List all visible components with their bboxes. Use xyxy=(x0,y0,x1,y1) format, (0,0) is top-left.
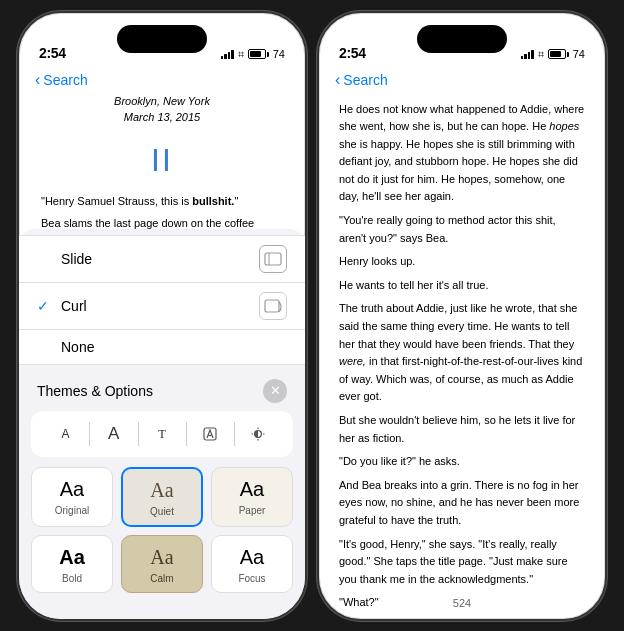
font-increase-btn[interactable]: A xyxy=(97,417,131,451)
battery-pct-left: 74 xyxy=(273,48,285,60)
chevron-left-icon-right: ‹ xyxy=(335,71,340,89)
slide-option-none[interactable]: None xyxy=(19,330,305,365)
themes-title: Themes & Options xyxy=(37,383,153,399)
theme-label-original: Original xyxy=(55,505,89,516)
phones-container: 2:54 ⌗ 74 ‹ Search xyxy=(7,1,617,631)
slide-option-slide-left: Slide xyxy=(37,251,92,267)
slide-option-none-left: None xyxy=(37,339,94,355)
theme-sample-quiet: Aa xyxy=(150,479,173,502)
right-para-9: "It's good, Henry," she says. "It's real… xyxy=(339,536,585,589)
slide-panel: Slide ✓ Curl xyxy=(19,229,305,619)
battery-right xyxy=(548,49,569,59)
nav-back-label-left: Search xyxy=(43,72,87,88)
right-para-8: And Bea breaks into a grin. There is no … xyxy=(339,477,585,530)
theme-card-calm[interactable]: Aa Calm xyxy=(121,535,203,593)
theme-label-bold: Bold xyxy=(62,573,82,584)
wifi-icon-right: ⌗ xyxy=(538,48,544,61)
dynamic-island-right xyxy=(417,25,507,53)
theme-card-paper[interactable]: Aa Paper xyxy=(211,467,293,527)
svg-rect-2 xyxy=(265,300,279,312)
nav-bar-right: ‹ Search xyxy=(319,65,605,93)
font-controls: A A T xyxy=(31,411,293,457)
theme-sample-paper: Aa xyxy=(240,478,264,501)
chevron-left-icon: ‹ xyxy=(35,71,40,89)
theme-card-bold[interactable]: Aa Bold xyxy=(31,535,113,593)
dynamic-island-left xyxy=(117,25,207,53)
theme-cards-grid: Aa Original Aa Quiet Aa Paper Aa Bold xyxy=(19,461,305,599)
time-right: 2:54 xyxy=(339,45,366,61)
book-location-line2: March 13, 2015 xyxy=(41,109,283,126)
left-phone: 2:54 ⌗ 74 ‹ Search xyxy=(17,11,307,621)
font-divider-1 xyxy=(89,422,90,446)
right-para-6: But she wouldn't believe him, so he lets… xyxy=(339,412,585,447)
font-divider-2 xyxy=(138,422,139,446)
theme-sample-bold: Aa xyxy=(59,546,85,569)
slide-options-list: Slide ✓ Curl xyxy=(19,229,305,371)
book-location-line1: Brooklyn, New York xyxy=(41,93,283,110)
theme-sample-calm: Aa xyxy=(150,546,173,569)
left-phone-content: ‹ Search Brooklyn, New York March 13, 20… xyxy=(19,65,305,619)
nav-bar-left: ‹ Search xyxy=(19,65,305,93)
close-button[interactable]: ✕ xyxy=(263,379,287,403)
theme-card-focus[interactable]: Aa Focus xyxy=(211,535,293,593)
theme-label-focus: Focus xyxy=(238,573,265,584)
none-option-label: None xyxy=(61,339,94,355)
slide-option-label: Slide xyxy=(61,251,92,267)
right-para-1: He does not know what happened to Addie,… xyxy=(339,101,585,207)
theme-sample-focus: Aa xyxy=(240,546,264,569)
brightness-btn[interactable] xyxy=(241,417,275,451)
slide-option-slide[interactable]: Slide xyxy=(19,235,305,283)
right-para-3: Henry looks up. xyxy=(339,253,585,271)
right-para-5: The truth about Addie, just like he wrot… xyxy=(339,300,585,406)
page-number: 524 xyxy=(453,597,471,609)
nav-back-label-right: Search xyxy=(343,72,387,88)
font-sans-btn[interactable] xyxy=(193,417,227,451)
wifi-icon: ⌗ xyxy=(238,48,244,61)
status-icons-left: ⌗ 74 xyxy=(221,48,285,61)
battery-left xyxy=(248,49,269,59)
font-divider-3 xyxy=(186,422,187,446)
curl-icon xyxy=(259,292,287,320)
signal-icon-right xyxy=(521,49,534,59)
slide-icon xyxy=(259,245,287,273)
right-book-text: He does not know what happened to Addie,… xyxy=(319,93,605,607)
chapter-number: II xyxy=(41,136,283,186)
right-phone-content: ‹ Search He does not know what happened … xyxy=(319,65,605,619)
theme-card-quiet[interactable]: Aa Quiet xyxy=(121,467,203,527)
theme-sample-original: Aa xyxy=(60,478,84,501)
back-button-left[interactable]: ‹ Search xyxy=(35,71,88,89)
book-header: Brooklyn, New York March 13, 2015 xyxy=(41,93,283,126)
slide-option-curl[interactable]: ✓ Curl xyxy=(19,283,305,330)
right-phone: 2:54 ⌗ 74 ‹ Search xyxy=(317,11,607,621)
theme-label-calm: Calm xyxy=(150,573,173,584)
curl-check: ✓ xyxy=(37,298,53,314)
battery-pct-right: 74 xyxy=(573,48,585,60)
svg-rect-0 xyxy=(265,253,281,265)
font-decrease-btn[interactable]: A xyxy=(48,417,82,451)
back-button-right[interactable]: ‹ Search xyxy=(335,71,388,89)
right-para-7: "Do you like it?" he asks. xyxy=(339,453,585,471)
right-para-2: "You're really going to method actor thi… xyxy=(339,212,585,247)
signal-icon xyxy=(221,49,234,59)
right-para-4: He wants to tell her it's all true. xyxy=(339,277,585,295)
theme-card-original[interactable]: Aa Original xyxy=(31,467,113,527)
curl-option-label: Curl xyxy=(61,298,87,314)
font-divider-4 xyxy=(234,422,235,446)
status-icons-right: ⌗ 74 xyxy=(521,48,585,61)
theme-label-quiet: Quiet xyxy=(150,506,174,517)
themes-header: Themes & Options ✕ xyxy=(19,371,305,407)
slide-option-curl-left: ✓ Curl xyxy=(37,298,87,314)
theme-label-paper: Paper xyxy=(239,505,266,516)
font-serif-btn[interactable]: T xyxy=(145,417,179,451)
time-left: 2:54 xyxy=(39,45,66,61)
book-paragraph-1: "Henry Samuel Strauss, this is bullshit.… xyxy=(41,193,283,210)
